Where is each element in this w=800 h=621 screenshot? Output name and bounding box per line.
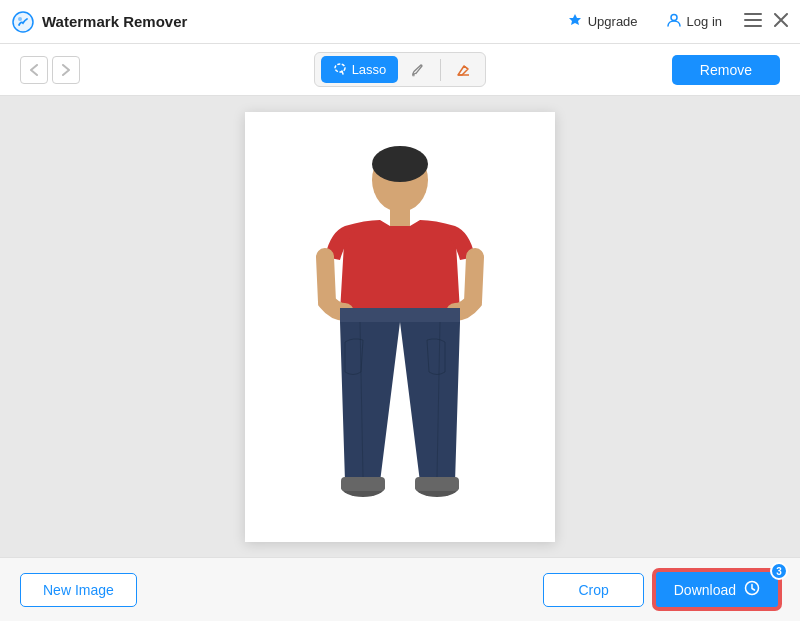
upgrade-label: Upgrade — [588, 14, 638, 29]
app-title: Watermark Remover — [42, 13, 187, 30]
svg-rect-4 — [744, 19, 762, 21]
svg-rect-13 — [340, 308, 460, 322]
title-bar: Watermark Remover Upgrade Log in — [0, 0, 800, 44]
download-label: Download — [674, 582, 736, 598]
svg-rect-18 — [341, 477, 385, 491]
svg-rect-3 — [744, 13, 762, 15]
svg-point-11 — [372, 146, 428, 182]
lasso-icon — [333, 61, 347, 78]
toolbar-nav — [20, 56, 80, 84]
svg-point-1 — [18, 17, 22, 21]
forward-button[interactable] — [52, 56, 80, 84]
svg-point-2 — [671, 14, 677, 20]
tool-separator — [440, 59, 441, 81]
svg-point-6 — [335, 64, 345, 72]
download-button[interactable]: Download — [654, 570, 780, 609]
main-area — [0, 96, 800, 557]
tool-group: Lasso — [314, 52, 487, 87]
svg-rect-5 — [744, 25, 762, 27]
download-badge: 3 — [770, 562, 788, 580]
title-left: Watermark Remover — [12, 11, 187, 33]
bottom-bar: New Image Crop 3 Download — [0, 557, 800, 621]
lasso-tool-button[interactable]: Lasso — [321, 56, 399, 83]
bottom-right-actions: Crop 3 Download — [543, 570, 780, 609]
brush-tool-button[interactable] — [402, 57, 434, 83]
canvas-container — [245, 112, 555, 542]
eraser-tool-button[interactable] — [447, 57, 479, 83]
crop-button[interactable]: Crop — [543, 573, 643, 607]
upgrade-icon — [567, 12, 583, 32]
svg-rect-19 — [415, 477, 459, 491]
window-controls — [744, 13, 788, 30]
lasso-label: Lasso — [352, 62, 387, 77]
login-button[interactable]: Log in — [660, 8, 728, 36]
app-icon — [12, 11, 34, 33]
title-right: Upgrade Log in — [561, 8, 788, 36]
login-icon — [666, 12, 682, 32]
menu-button[interactable] — [744, 13, 762, 30]
svg-rect-12 — [390, 208, 410, 226]
toolbar: Lasso Remove — [0, 44, 800, 96]
remove-button[interactable]: Remove — [672, 55, 780, 85]
close-button[interactable] — [774, 13, 788, 30]
new-image-button[interactable]: New Image — [20, 573, 137, 607]
person-image — [245, 112, 555, 542]
clock-icon — [744, 580, 760, 599]
download-wrapper: 3 Download — [654, 570, 780, 609]
upgrade-button[interactable]: Upgrade — [561, 8, 644, 36]
svg-point-7 — [412, 73, 415, 76]
login-label: Log in — [687, 14, 722, 29]
back-button[interactable] — [20, 56, 48, 84]
